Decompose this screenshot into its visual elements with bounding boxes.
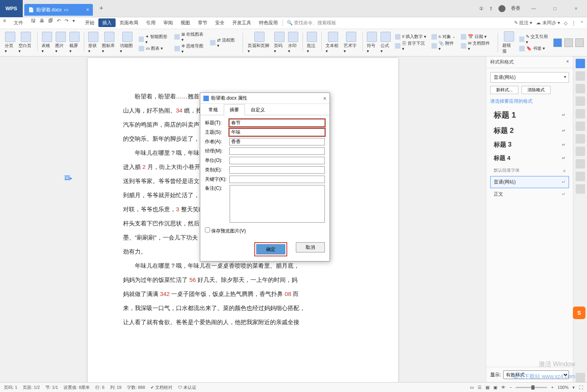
style-item-默认段落字体[interactable]: 默认段落字体a	[490, 165, 569, 176]
field-input-title[interactable]	[229, 119, 325, 127]
status-page-number[interactable]: 页码: 1	[4, 385, 17, 390]
new-style-button[interactable]: 新样式...	[490, 86, 518, 94]
ribbon-comment[interactable]: 批注▾	[305, 32, 319, 54]
ime-badge[interactable]: S	[573, 307, 585, 319]
dialog-close-icon[interactable]: ×	[323, 95, 326, 102]
ribbon-watermark[interactable]: 水印▾	[286, 32, 300, 54]
menu-章节[interactable]: 章节	[194, 18, 211, 27]
collapse-ribbon-icon[interactable]: ⌃	[580, 20, 584, 26]
tab-pin-icon[interactable]: ▭	[64, 7, 68, 13]
zoom-out-icon[interactable]: −	[509, 385, 512, 390]
save-icon[interactable]: 🖫	[31, 18, 36, 28]
current-style-dropdown[interactable]: 普通(网站)	[490, 72, 569, 83]
command-search[interactable]: 🔍 查找命令、搜索模板	[283, 20, 336, 26]
status-cert[interactable]: 🛡 未认证	[178, 385, 196, 390]
status-page[interactable]: 页面: 1/2	[23, 385, 40, 390]
menu-引用[interactable]: 引用	[142, 18, 159, 27]
zoom-slider[interactable]	[516, 387, 547, 388]
field-input-category[interactable]	[229, 166, 325, 174]
reference-tool-icon[interactable]	[576, 134, 585, 143]
ribbon-equation[interactable]: 公式▾	[379, 32, 393, 54]
notification-icon[interactable]: ①	[479, 6, 484, 11]
file-menu[interactable]: 文件	[10, 18, 27, 28]
ribbon-流程图[interactable]: ⇄ 流程图 ▾	[210, 37, 238, 48]
ribbon-智能图形[interactable]: ✦ 智能图形 ▾	[139, 34, 170, 45]
style-item-正文[interactable]: 正文↵	[490, 188, 569, 200]
ribbon-shapes[interactable]: 形状▾	[87, 32, 100, 54]
field-input-manager[interactable]	[229, 147, 325, 155]
paragraph[interactable]: 让人看了就有食欲。爸爸是个爱热闹的人，他把我家附近的亲戚全接	[123, 315, 367, 329]
style-item-普通(网站)[interactable]: 普通(网站)↵	[490, 176, 569, 188]
ribbon-symbol[interactable]: 符号▾	[365, 32, 379, 54]
status-spellcheck[interactable]: ✔ 文档校对	[150, 385, 172, 390]
status-words[interactable]: 字数: 888	[127, 385, 145, 390]
menu-开发工具[interactable]: 开发工具	[228, 18, 255, 27]
zoom-in-icon[interactable]: +	[551, 385, 553, 390]
select-tool-icon[interactable]	[576, 71, 585, 81]
focus-mode-icon[interactable]: 👁	[501, 385, 505, 390]
menu-特色应用[interactable]: 特色应用	[255, 18, 282, 27]
text-tool-icon[interactable]	[576, 96, 585, 106]
ribbon-对象[interactable]: ⎋ 对象 ▾	[431, 34, 457, 40]
insert-image-gutter-icon[interactable]: 🖼▸	[64, 172, 72, 185]
close-panel-icon[interactable]: ×	[566, 59, 569, 65]
zoom-dropdown-icon[interactable]: ▾	[573, 385, 575, 390]
save-preview-checkbox[interactable]: 保存预览图片(V)	[205, 228, 246, 234]
menu-安全[interactable]: 安全	[211, 18, 228, 27]
undo-icon[interactable]: ↶	[57, 18, 61, 28]
cancel-button[interactable]: 取消	[296, 242, 325, 252]
view-web-icon[interactable]: ▦	[486, 385, 489, 390]
paragraph[interactable]: 来，我深吸一口气，口水都流出来了。菜的颜色也经过妈妈细心搭配，	[123, 301, 367, 315]
ribbon-交叉引用[interactable]: ✎ 交叉引用 ▾	[519, 34, 551, 45]
close-tab-icon[interactable]: ×	[86, 7, 89, 13]
show-filter-dropdown[interactable]: 有效样式	[503, 370, 569, 379]
redo-icon[interactable]: ↷	[65, 18, 69, 28]
dialog-titlebar[interactable]: 盼望着.docx 属性 ×	[200, 93, 330, 104]
new-tab-button[interactable]: +	[96, 3, 107, 14]
memo-textarea[interactable]	[230, 185, 325, 223]
ribbon-page-number[interactable]: 页码▾	[272, 32, 286, 54]
ribbon-日期[interactable]: 📅 日期 ▾	[461, 34, 493, 40]
layout-tool-icon[interactable]	[576, 159, 585, 169]
view-outline-icon[interactable]: ☰	[478, 385, 482, 390]
qat-more-icon[interactable]: ▾	[72, 18, 75, 28]
user-avatar-icon[interactable]	[498, 5, 505, 12]
misc-tool-icon[interactable]	[576, 373, 585, 382]
ribbon-插入数字[interactable]: # 插入数字 ▾	[395, 34, 428, 40]
sync-status[interactable]: ☁ 未同步 ▾	[536, 20, 560, 26]
skin-icon[interactable]: ◇	[564, 20, 567, 26]
ribbon-icon-lib[interactable]: 图标库▾	[100, 32, 118, 54]
dialog-tab-摘要[interactable]: 摘要	[224, 104, 245, 115]
clear-format-button[interactable]: 清除格式	[522, 86, 551, 94]
field-input-subject[interactable]	[229, 129, 325, 136]
ribbon-首字下沉[interactable]: 亖 首字下沉 ▾	[395, 40, 428, 51]
dialog-tab-自定义[interactable]: 自定义	[245, 104, 271, 115]
ribbon-文档部件[interactable]: ✉ 文档部件 ▾	[461, 40, 493, 51]
menu-插入[interactable]: 插入	[98, 18, 116, 27]
paragraph[interactable]: 妈妈为过年的饭菜忙活了 56 好几天。除夕那天，一上午的时间，妈	[123, 273, 367, 287]
ribbon-header-footer[interactable]: 页眉和页脚▾	[246, 32, 272, 54]
field-input-author[interactable]	[229, 138, 325, 145]
view-normal-icon[interactable]: ▭	[470, 385, 474, 390]
styles-tool-icon[interactable]	[576, 59, 585, 68]
style-item-标题 4[interactable]: 标题 4↵	[490, 152, 569, 165]
window-close-button[interactable]: ×	[568, 3, 584, 15]
ribbon-smartart[interactable]: 功能图▾	[118, 32, 136, 54]
menu-开始[interactable]: 开始	[81, 18, 98, 27]
field-input-company[interactable]	[229, 157, 325, 164]
ribbon-page-break[interactable]: 分页▾	[3, 32, 17, 54]
menu-页面布局[interactable]: 页面布局	[116, 18, 142, 27]
dropdown-icon[interactable]: ⇪	[489, 6, 493, 11]
menu-视图[interactable]: 视图	[177, 18, 194, 27]
dialog-tab-常规[interactable]: 常规	[203, 104, 224, 115]
hamburger-icon[interactable]: ≡	[3, 18, 6, 28]
print-preview-icon[interactable]: 🗐	[48, 18, 53, 28]
ribbon-textbox[interactable]: 文本框▾	[324, 32, 342, 54]
ribbon-wordart[interactable]: 艺术字▾	[342, 32, 360, 54]
ribbon-思维导图[interactable]: ✲ 思维导图 ▾	[174, 43, 206, 54]
view-mode-page[interactable]	[553, 38, 562, 47]
fullscreen-icon[interactable]: ⛶	[579, 385, 583, 390]
window-maximize-button[interactable]: □	[547, 3, 563, 15]
shape-tool-icon[interactable]	[576, 84, 585, 93]
ribbon-image[interactable]: 图片▾	[54, 32, 67, 54]
